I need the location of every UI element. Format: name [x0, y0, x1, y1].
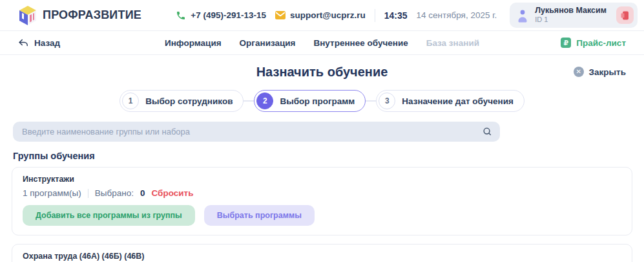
close-label: Закрыть [589, 67, 626, 77]
wizard-stepper: 1 Выбор сотрудников 2 Выбор программ 3 Н… [12, 90, 632, 112]
nav-item-knowledge-base: База знаний [426, 38, 479, 48]
back-label: Назад [34, 38, 60, 48]
search-icon [483, 127, 492, 136]
user-chip[interactable]: Лукьянов Максим ID 1 [510, 3, 638, 28]
program-count: 1 программ(ы) [23, 188, 81, 198]
meta-divider [88, 189, 88, 198]
group-title: Охрана труда (46А) (46Б) (46В) [23, 252, 621, 261]
groups-heading: Группы обучения [13, 151, 632, 161]
top-header: ПРОФРАЗВИТИЕ +7 (495)-291-13-15 support@… [0, 0, 644, 31]
step-2-select-programs[interactable]: 2 Выбор программ [254, 90, 366, 112]
close-button[interactable]: ✕ Закрыть [574, 67, 626, 77]
header-divider [375, 9, 375, 22]
brand-cube-icon [18, 5, 37, 26]
mail-icon [275, 11, 286, 19]
brand-name: ПРОФРАЗВИТИЕ [43, 8, 141, 22]
step-3-assign-dates[interactable]: 3 Назначение дат обучения [376, 90, 525, 112]
step-2-number: 2 [256, 93, 273, 109]
step-connector [244, 100, 254, 102]
step-1-select-employees[interactable]: 1 Выбор сотрудников [119, 90, 244, 112]
group-card-instruktazhi: Инструктажи 1 программ(ы) Выбрано: 0 Сбр… [12, 167, 632, 235]
reset-selection-button[interactable]: Сбросить [151, 188, 193, 198]
brand-logo[interactable]: ПРОФРАЗВИТИЕ [18, 5, 141, 26]
email-contact[interactable]: support@ucprz.ru [275, 10, 366, 20]
main-content: Назначить обучение ✕ Закрыть 1 Выбор сот… [0, 59, 644, 262]
nav-menu: Информация Организация Внутреннее обучен… [154, 38, 490, 48]
choose-programs-button[interactable]: Выбрать программы [204, 205, 315, 226]
back-arrow-icon [18, 38, 28, 47]
phone-number: +7 (495)-291-13-15 [191, 10, 266, 20]
page-title: Назначить обучение [12, 65, 632, 80]
nav-item-internal-training[interactable]: Внутреннее обучение [313, 38, 408, 48]
price-list-link[interactable]: ₽ Прайс-лист [561, 38, 626, 48]
email-address: support@ucprz.ru [290, 10, 366, 20]
group-search-input[interactable] [22, 127, 483, 136]
step-1-number: 1 [122, 93, 139, 109]
nav-item-organization[interactable]: Организация [240, 38, 296, 48]
step-connector [366, 100, 376, 102]
logout-door-icon [621, 11, 629, 20]
price-list-label: Прайс-лист [576, 38, 626, 48]
avatar-icon [516, 8, 529, 23]
add-all-programs-button[interactable]: Добавить все программы из группы [23, 205, 195, 226]
user-name: Лукьянов Максим [535, 6, 607, 16]
ruble-icon: ₽ [561, 38, 571, 48]
group-card-ohrana-truda: Охрана труда (46А) (46Б) (46В) 34 програ… [12, 244, 632, 262]
back-button[interactable]: Назад [18, 38, 154, 48]
step-1-label: Выбор сотрудников [145, 96, 233, 106]
step-3-number: 3 [379, 93, 395, 109]
selected-label: Выбрано: [95, 188, 134, 198]
nav-item-information[interactable]: Информация [165, 38, 222, 48]
group-search-box [13, 122, 500, 142]
step-3-label: Назначение дат обучения [402, 96, 514, 106]
phone-contact[interactable]: +7 (495)-291-13-15 [176, 10, 266, 21]
current-date: 14 сентября, 2025 г. [417, 10, 497, 20]
phone-icon [176, 10, 186, 21]
close-icon: ✕ [574, 67, 584, 77]
step-2-label: Выбор программ [280, 96, 355, 106]
group-title: Инструктажи [23, 175, 621, 184]
secondary-navbar: Назад Информация Организация Внутреннее … [0, 31, 644, 55]
clock-time: 14:35 [384, 10, 408, 21]
search-button[interactable] [483, 127, 492, 136]
selected-count: 0 [140, 188, 145, 198]
logout-button[interactable] [616, 6, 634, 24]
user-id: ID 1 [535, 16, 607, 25]
